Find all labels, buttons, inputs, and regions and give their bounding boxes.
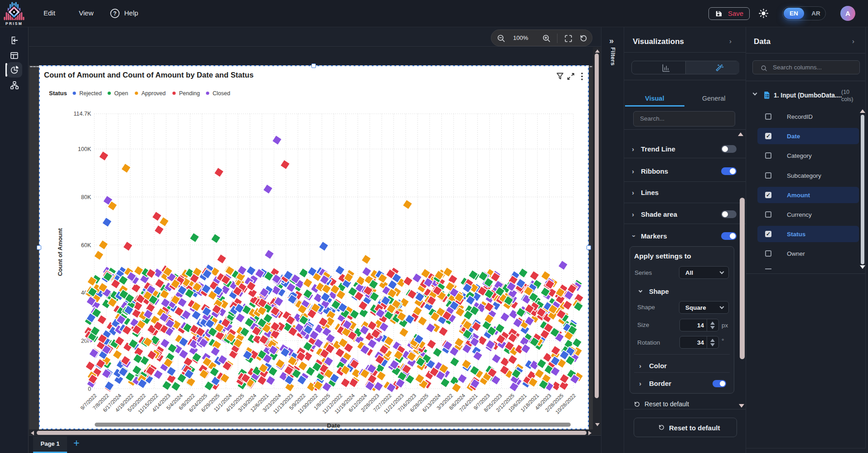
svg-text:Count of Amount: Count of Amount xyxy=(57,228,63,276)
svg-text:Count of Amount and Count of A: Count of Amount and Count of Amount by D… xyxy=(44,71,253,79)
svg-text:60K: 60K xyxy=(81,242,92,248)
svg-text:Closed: Closed xyxy=(213,90,230,97)
svg-text:Pending: Pending xyxy=(179,90,200,97)
svg-text:Status: Status xyxy=(49,90,67,97)
svg-text:100K: 100K xyxy=(78,146,92,152)
svg-text:PRISM: PRISM xyxy=(5,21,23,26)
svg-text:?: ? xyxy=(113,10,116,17)
svg-text:Open: Open xyxy=(114,90,128,97)
svg-text:Date: Date xyxy=(327,422,340,429)
svg-text:Approved: Approved xyxy=(141,90,166,97)
svg-text:114.7K: 114.7K xyxy=(73,111,91,117)
svg-text:80K: 80K xyxy=(81,194,92,200)
svg-text:Rejected: Rejected xyxy=(79,90,102,97)
